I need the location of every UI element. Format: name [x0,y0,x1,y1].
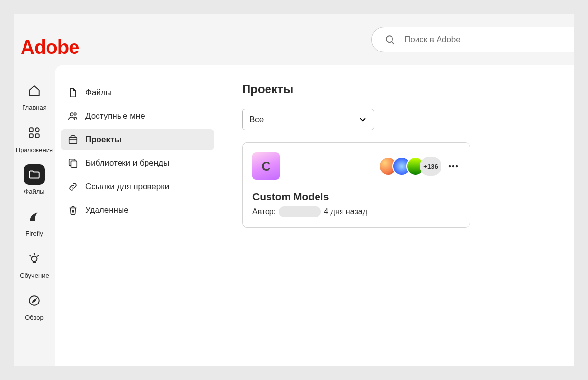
svg-rect-15 [69,137,77,143]
home-icon [24,80,45,101]
sidebar-item-label: Проекты [85,135,122,145]
rail-item-learn[interactable]: Обучение [17,245,52,282]
svg-rect-3 [35,128,39,132]
lightbulb-icon [24,248,45,269]
rail-label: Файлы [24,188,44,196]
svg-line-1 [392,42,394,44]
svg-line-8 [30,256,31,256]
compass-icon [24,290,45,311]
main-content: Проекты Все C +136 [220,65,574,366]
project-card[interactable]: C +136 Cu [242,142,470,228]
rail-item-firefly[interactable]: Firefly [17,203,52,241]
trash-icon [68,205,78,216]
page-title: Проекты [242,82,553,96]
project-meta: Автор: 4 дня назад [252,206,460,217]
card-actions: +136 [379,157,460,176]
link-icon [68,181,78,192]
people-icon [68,111,78,122]
svg-rect-5 [35,134,39,138]
svg-point-21 [452,165,454,167]
project-timestamp: 4 дня назад [324,207,367,216]
author-label: Автор: [252,207,276,216]
sidebar-item-label: Доступные мне [85,111,145,121]
card-header: C +136 [252,152,460,180]
sidebar-item-label: Файлы [85,88,112,98]
project-thumbnail: C [252,152,280,180]
avatar-overflow-count: +136 [420,157,441,176]
rail-label: Обзор [25,314,44,322]
app-shell: Adobe Главная Приложения [14,14,574,366]
folder-icon [24,164,45,185]
svg-point-6 [32,256,37,262]
rail-label: Приложения [16,146,53,154]
filter-dropdown[interactable]: Все [242,109,374,130]
filter-selected-label: Все [249,115,264,125]
sidebar-item-files[interactable]: Файлы [61,82,214,103]
sidebar-item-libraries[interactable]: Библиотеки и бренды [61,153,214,174]
project-title: Custom Models [252,191,460,203]
firefly-icon [24,206,45,227]
svg-point-14 [74,113,76,115]
svg-line-9 [38,256,39,256]
ellipsis-icon [447,160,459,172]
rail-label: Обучение [20,272,49,279]
svg-point-22 [456,165,458,167]
rail-item-files[interactable]: Файлы [17,161,52,199]
apps-icon [24,123,45,143]
sidebar-item-label: Библиотеки и бренды [85,158,169,168]
author-name-redacted [279,206,321,217]
file-icon [68,87,78,98]
rail-label: Firefly [25,230,43,238]
chevron-down-icon [358,115,367,124]
sidebar-item-label: Удаленные [85,205,129,215]
rail-item-explore[interactable]: Обзор [17,287,52,325]
svg-point-13 [70,113,73,116]
rail-item-apps[interactable]: Приложения [17,120,52,157]
search-input[interactable] [404,35,574,45]
files-sidebar: Файлы Доступные мне Проекты Библиотеки и… [55,65,220,366]
projects-icon [68,134,78,145]
rail-label: Главная [22,104,46,112]
svg-rect-4 [29,134,33,138]
content-panel: Файлы Доступные мне Проекты Библиотеки и… [55,65,574,366]
sidebar-item-shared[interactable]: Доступные мне [61,106,214,127]
svg-marker-12 [33,299,36,303]
more-options-button[interactable] [446,159,460,173]
collaborator-avatars[interactable]: +136 [379,157,441,176]
sidebar-item-deleted[interactable]: Удаленные [61,200,214,221]
sidebar-item-projects[interactable]: Проекты [61,129,214,150]
svg-rect-2 [29,128,33,132]
rail-item-home[interactable]: Главная [17,77,52,115]
brand-logo: Adobe [21,36,79,58]
libraries-icon [68,158,78,169]
svg-point-20 [449,165,451,167]
svg-rect-17 [71,161,77,167]
search-icon [385,34,395,45]
sidebar-item-label: Ссылки для проверки [85,182,169,192]
sidebar-item-review-links[interactable]: Ссылки для проверки [61,177,214,197]
search-bar[interactable] [371,27,574,52]
left-rail: Главная Приложения Файлы Firefly [14,77,55,325]
